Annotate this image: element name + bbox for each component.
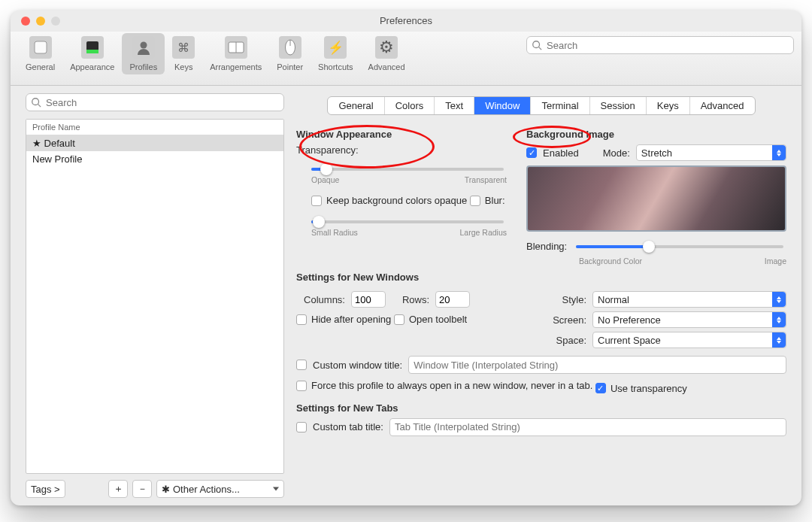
tab-text[interactable]: Text [435, 97, 474, 114]
tab-general[interactable]: General [328, 97, 384, 114]
window-controls [21, 17, 60, 26]
section-new-tabs: Settings for New Tabs [296, 402, 786, 414]
toolbar-profiles[interactable]: Profiles [122, 33, 165, 74]
section-new-windows: Settings for New Windows [296, 272, 786, 283]
custom-tab-title-checkbox[interactable] [296, 422, 307, 432]
toolbar: General Appearance Profiles ⌘ Keys Arran… [11, 32, 801, 86]
blending-slider[interactable] [576, 245, 783, 248]
arrangements-icon [225, 36, 247, 59]
gear-icon: ✱ [162, 484, 170, 495]
transparency-slider[interactable] [311, 168, 504, 171]
bg-mode-select[interactable]: Stretch [636, 144, 786, 161]
keys-icon: ⌘ [172, 36, 195, 59]
search-icon [31, 97, 41, 108]
space-select[interactable]: Current Space [592, 332, 786, 348]
custom-tab-title-input[interactable] [389, 418, 786, 436]
tags-button[interactable]: Tags > [26, 480, 65, 498]
transparency-label: Transparency: [296, 144, 507, 156]
custom-window-title-checkbox[interactable] [296, 360, 307, 370]
hide-after-checkbox[interactable] [296, 314, 307, 325]
style-select[interactable]: Normal [592, 291, 786, 308]
add-profile-button[interactable]: ＋ [108, 480, 128, 498]
pointer-icon [279, 36, 301, 59]
toolbar-arrangements[interactable]: Arrangements [202, 33, 269, 74]
general-icon [29, 36, 52, 59]
toolbar-appearance[interactable]: Appearance [62, 33, 122, 74]
bg-enabled-checkbox[interactable] [526, 147, 537, 158]
search-icon [532, 40, 542, 50]
svg-point-3 [140, 42, 147, 49]
section-window-appearance: Window Appearance [296, 129, 507, 140]
tab-terminal[interactable]: Terminal [531, 97, 589, 114]
profile-settings-pane: General Colors Text Window Terminal Sess… [292, 86, 801, 505]
bg-image-well[interactable] [526, 165, 786, 232]
toolbar-general[interactable]: General [18, 33, 62, 74]
keep-bg-opaque-checkbox[interactable] [311, 196, 322, 206]
profile-list[interactable]: Profile Name ★ Default New Profile [26, 119, 284, 474]
blur-checkbox[interactable] [470, 196, 480, 206]
rows-input[interactable] [435, 291, 470, 308]
list-item[interactable]: ★ Default [26, 135, 283, 151]
zoom-icon[interactable] [51, 17, 60, 26]
toolbar-keys[interactable]: ⌘ Keys [165, 33, 202, 74]
profile-list-header: Profile Name [26, 120, 283, 135]
profiles-icon [132, 36, 155, 59]
toolbar-pointer[interactable]: Pointer [269, 33, 311, 74]
screen-select[interactable]: No Preference [592, 311, 786, 328]
toolbar-search-input[interactable] [545, 39, 789, 52]
other-actions-menu[interactable]: ✱ Other Actions... [156, 480, 284, 498]
profile-tabs: General Colors Text Window Terminal Sess… [327, 96, 755, 115]
svg-point-8 [533, 41, 540, 48]
svg-rect-0 [35, 41, 47, 53]
profile-search-input[interactable] [44, 96, 279, 109]
svg-line-9 [539, 47, 542, 50]
profile-search[interactable] [26, 93, 284, 111]
window-title: Preferences [380, 15, 432, 26]
tab-keys[interactable]: Keys [647, 97, 690, 114]
custom-window-title-input[interactable] [408, 356, 786, 374]
toolbar-shortcuts[interactable]: ⚡ Shortcuts [311, 33, 360, 74]
toolbar-advanced[interactable]: ⚙ Advanced [361, 33, 413, 74]
section-bg-image: Background Image [526, 129, 786, 140]
list-item[interactable]: New Profile [26, 151, 283, 167]
minimize-icon[interactable] [36, 17, 45, 26]
use-transparency-checkbox[interactable] [595, 383, 606, 393]
remove-profile-button[interactable]: － [132, 480, 152, 498]
tab-colors[interactable]: Colors [385, 97, 435, 114]
sidebar: Profile Name ★ Default New Profile Tags … [11, 86, 292, 505]
open-toolbelt-checkbox[interactable] [394, 314, 404, 325]
tab-window[interactable]: Window [474, 97, 531, 114]
svg-point-10 [32, 99, 39, 105]
blur-slider[interactable] [311, 220, 504, 223]
svg-rect-2 [86, 50, 98, 53]
tab-advanced[interactable]: Advanced [690, 97, 755, 114]
svg-line-11 [38, 105, 41, 108]
close-icon[interactable] [21, 17, 30, 26]
columns-input[interactable] [351, 291, 386, 308]
preferences-window: Preferences General Appearance Profiles … [11, 11, 801, 505]
tab-session[interactable]: Session [590, 97, 647, 114]
force-new-window-checkbox[interactable] [296, 381, 307, 391]
appearance-icon [81, 36, 104, 59]
titlebar: Preferences [11, 11, 801, 32]
shortcuts-icon: ⚡ [324, 36, 347, 59]
advanced-icon: ⚙ [375, 36, 398, 59]
toolbar-search[interactable] [526, 36, 794, 54]
